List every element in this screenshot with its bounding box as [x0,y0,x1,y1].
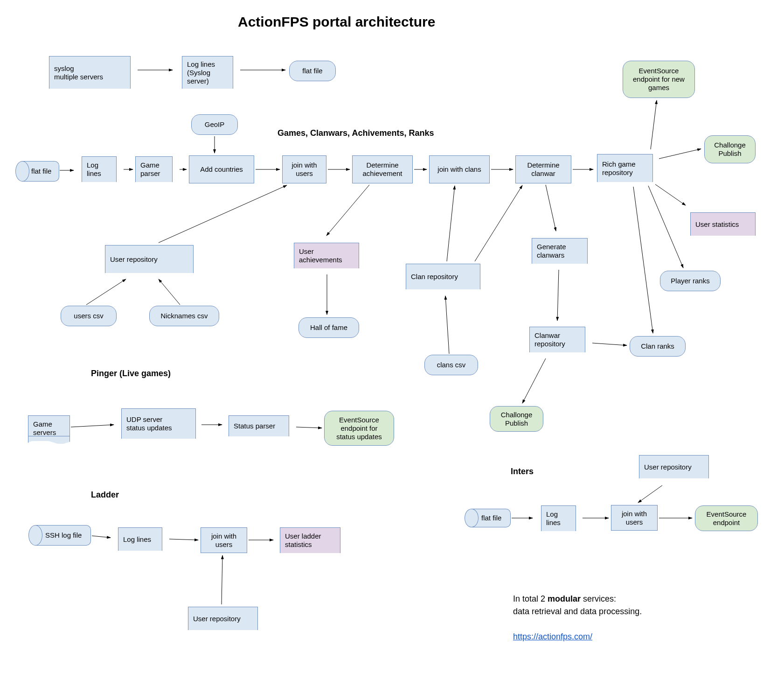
node-game-servers: Game servers [28,415,70,441]
node-ssh-log: SSH log file [35,525,91,546]
node-users-csv: users csv [61,306,117,326]
svg-line-32 [169,539,198,540]
section-games: Games, Clanwars, Achivements, Ranks [278,128,434,138]
svg-line-27 [522,358,546,403]
node-add-countries: Add countries [189,155,254,183]
node-inters-user-repo: User repository [639,455,709,478]
svg-line-34 [222,555,222,604]
node-rich-repo: Rich game repository [597,154,653,182]
page-title: ActionFPS portal architecture [238,14,435,30]
node-user-repo: User repository [105,245,194,273]
node-syslog: syslog multiple servers [49,56,131,89]
section-ladder: Ladder [91,490,119,500]
footer-line1c: services: [581,594,616,603]
node-status-parser: Status parser [229,415,289,436]
node-clanwar-repo: Clanwar repository [529,327,585,352]
node-inters-event: EventSource endpoint [695,505,758,531]
node-join-clans: join with clans [429,155,490,183]
node-hall-of-fame: Hall of fame [298,317,359,338]
svg-line-38 [638,485,662,503]
node-inters-log-lines: Log lines [541,505,576,531]
node-event-new-games: EventSource endpoint for new games [623,61,695,98]
node-inters-flat-file: flat file [471,509,511,527]
node-inters-join-users: join with users [611,505,658,531]
svg-line-25 [557,270,559,321]
node-player-ranks: Player ranks [660,271,721,291]
node-event-status: EventSource endpoint for status updates [324,411,394,446]
svg-line-12 [659,149,701,159]
node-ladder-join-users: join with users [201,527,247,553]
svg-line-17 [86,279,126,305]
svg-line-14 [648,186,683,268]
node-log-lines-syslog: Log lines (Syslog server) [182,56,233,89]
node-clans-csv: clans csv [424,355,478,375]
footer-link[interactable]: https://actionfps.com/ [513,632,592,641]
node-nicknames-csv: Nicknames csv [149,306,219,326]
footer-line2: data retrieval and data processing. [513,607,642,616]
node-ladder-stats: User ladder statistics [280,527,340,553]
node-determine-clanwar: Determine clanwar [515,155,571,183]
svg-line-11 [651,100,657,149]
node-flat-file-top: flat file [289,61,336,81]
svg-line-13 [655,184,686,205]
svg-line-18 [159,279,180,305]
svg-line-22 [445,296,449,354]
svg-line-15 [633,187,653,333]
node-ladder-user-repo: User repository [188,607,258,630]
node-udp-status: UDP server status updates [121,408,196,439]
footer-line1b: modular [548,594,581,603]
node-game-parser: Game parser [135,156,173,182]
node-geoip: GeoIP [191,114,238,135]
node-user-stats: User statistics [690,212,756,236]
svg-line-30 [296,427,322,428]
node-challonge-publish-2: Challonge Publish [490,406,543,432]
diagram-canvas: ActionFPS portal architecture syslog mul… [0,0,784,673]
svg-line-26 [592,343,627,345]
node-ladder-log-lines: Log lines [118,527,162,551]
node-flat-file-left: flat file [22,161,59,182]
svg-line-19 [326,185,369,236]
section-inters: Inters [511,467,534,477]
node-generate-clanwars: Generate clanwars [532,238,588,264]
svg-line-16 [159,185,287,243]
svg-line-21 [447,186,455,261]
node-user-achievements: User achievements [294,243,359,268]
svg-line-31 [92,536,111,538]
node-clan-repo: Clan repository [406,264,480,289]
svg-line-28 [71,425,114,427]
node-clan-ranks: Clan ranks [630,336,686,357]
svg-line-23 [546,185,556,231]
node-challonge-publish: Challonge Publish [704,135,756,163]
node-determine-achievement: Determine achievement [352,155,413,183]
section-pinger: Pinger (Live games) [91,369,171,379]
footer-note: In total 2 modular services: data retrie… [513,593,642,643]
node-join-users: join with users [282,155,326,183]
footer-line1a: In total 2 [513,594,548,603]
node-log-lines: Log lines [82,156,117,182]
svg-line-24 [475,185,522,261]
